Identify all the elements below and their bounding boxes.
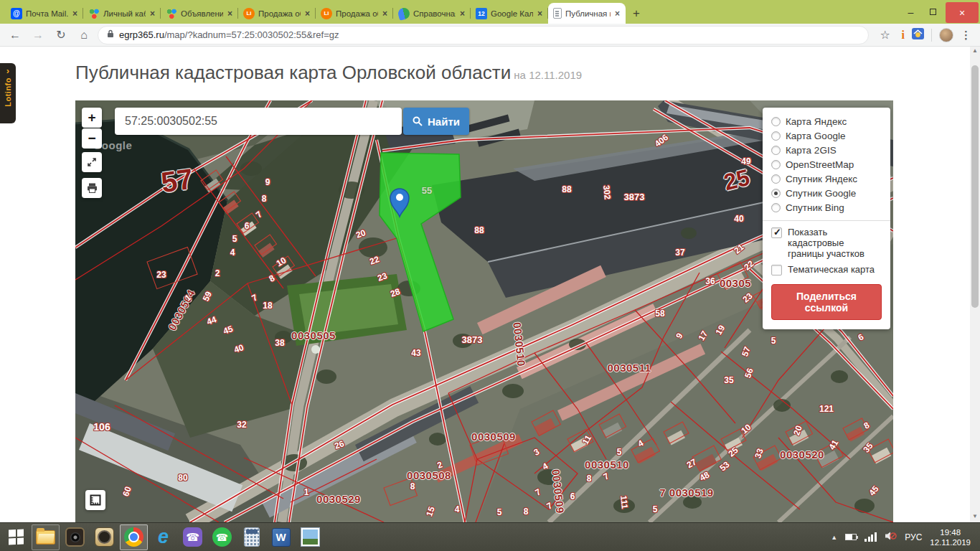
tab-close-icon[interactable]: × bbox=[304, 9, 311, 19]
tab-close-icon[interactable]: × bbox=[149, 9, 156, 19]
page-title-date: на 12.11.2019 bbox=[511, 69, 582, 81]
browser-tab[interactable]: @ Почта Mail.ru × bbox=[6, 3, 83, 24]
layer-checkbox[interactable]: Показать кадастровые границы участков bbox=[771, 227, 882, 259]
extension-info-icon[interactable]: i bbox=[902, 29, 905, 42]
tab-close-icon[interactable]: × bbox=[459, 9, 466, 19]
toolbar-divider bbox=[931, 29, 932, 42]
taskbar-icon[interactable] bbox=[61, 524, 89, 550]
tab-title: Личный кабин bbox=[103, 9, 146, 18]
map-layers-panel: Карта Яндекс Карта Google Карта 2GIS Ope… bbox=[763, 108, 890, 329]
radio-icon bbox=[771, 160, 781, 169]
layer-radio-option[interactable]: Карта Google bbox=[771, 128, 882, 143]
map-print-button[interactable] bbox=[82, 178, 102, 198]
kadnum-search-input[interactable] bbox=[115, 108, 402, 135]
bookmark-star-icon[interactable]: ☆ bbox=[876, 26, 895, 44]
tab-favicon-icon: 12 bbox=[476, 8, 487, 19]
taskbar-icon[interactable] bbox=[2, 524, 30, 550]
taskbar-icon[interactable]: W bbox=[267, 524, 295, 550]
toolbar-right-icons: ☆ i ⋮ bbox=[873, 26, 974, 44]
window-close-button[interactable]: × bbox=[946, 2, 979, 23]
network-signal-icon[interactable] bbox=[864, 532, 877, 542]
layer-radio-option[interactable]: Спутник Bing bbox=[771, 200, 882, 215]
tab-close-icon[interactable]: × bbox=[614, 9, 621, 19]
new-tab-button[interactable]: + bbox=[626, 3, 647, 24]
map-fullscreen-button[interactable] bbox=[82, 152, 102, 172]
volume-muted-icon[interactable] bbox=[885, 531, 897, 544]
find-button[interactable]: Найти bbox=[403, 108, 469, 135]
layer-radio-option[interactable]: Спутник Google bbox=[771, 186, 882, 200]
address-bar[interactable]: egrp365.ru/map/?kadnum=57:25:0030502:55&… bbox=[98, 26, 869, 44]
browser-tab[interactable]: Объявления н × bbox=[161, 3, 238, 24]
taskbar-icon[interactable] bbox=[32, 524, 60, 550]
layer-radio-option[interactable]: Карта 2GIS bbox=[771, 143, 882, 157]
tray-expand-icon[interactable]: ▲ bbox=[831, 534, 837, 541]
extension-home-icon[interactable] bbox=[912, 28, 924, 42]
url-path: /map/?kadnum=57:25:0030502:55&ref=gz bbox=[164, 29, 339, 40]
checkbox-icon bbox=[771, 265, 782, 276]
system-tray: ▲ РУС 19:48 12.11.2019 bbox=[831, 527, 978, 547]
tab-close-icon[interactable]: × bbox=[72, 9, 78, 19]
tab-title: Почта Mail.ru bbox=[26, 9, 68, 18]
window-restore-button[interactable] bbox=[922, 1, 944, 23]
forward-icon[interactable]: → bbox=[29, 26, 47, 44]
map-zoom-out-button[interactable]: − bbox=[82, 128, 102, 149]
profile-avatar[interactable] bbox=[939, 28, 953, 42]
lotinfo-side-tab[interactable]: › Lotinfo bbox=[0, 63, 16, 123]
printer-icon bbox=[87, 183, 98, 193]
taskbar-icon[interactable]: e bbox=[149, 524, 177, 550]
window-minimize-button[interactable]: – bbox=[900, 1, 922, 23]
scrollbar-thumb[interactable] bbox=[971, 65, 979, 308]
lotinfo-label: Lotinfo bbox=[4, 77, 12, 107]
map-zoom-in-button[interactable]: + bbox=[82, 108, 102, 128]
taskbar-icon[interactable] bbox=[208, 524, 236, 550]
taskbar-icon[interactable] bbox=[179, 524, 207, 550]
reload-icon[interactable]: ↻ bbox=[52, 26, 70, 44]
app-icon: e bbox=[158, 527, 169, 547]
windows-taskbar: eW ▲ РУС 19:48 12.11.2019 bbox=[0, 522, 980, 551]
page-title: Публичная кадастровая карта Орловской об… bbox=[75, 62, 582, 84]
scroll-down-icon[interactable]: ▼ bbox=[972, 513, 978, 522]
taskbar-icon[interactable] bbox=[120, 524, 148, 550]
panel-divider bbox=[763, 220, 890, 221]
tab-favicon-icon: Li bbox=[243, 8, 255, 19]
battery-icon[interactable] bbox=[845, 534, 857, 540]
layer-checkbox[interactable]: Тематическая карта bbox=[771, 264, 882, 276]
tab-close-icon[interactable]: × bbox=[227, 9, 233, 19]
browser-tab[interactable]: Публичная кад × bbox=[548, 3, 626, 24]
home-icon[interactable]: ⌂ bbox=[75, 26, 93, 44]
browser-tab[interactable]: Справочная ин × bbox=[393, 3, 471, 24]
browser-tab[interactable]: Личный кабин × bbox=[83, 3, 161, 24]
taskbar-icon[interactable] bbox=[90, 524, 118, 550]
map-measure-button[interactable] bbox=[85, 490, 105, 510]
fullscreen-icon bbox=[87, 157, 97, 167]
radio-icon bbox=[771, 146, 781, 155]
scroll-up-icon[interactable]: ▲ bbox=[972, 47, 978, 56]
browser-tab[interactable]: Li Продажа объе × bbox=[316, 3, 393, 24]
clock[interactable]: 19:48 12.11.2019 bbox=[930, 527, 971, 547]
share-link-button[interactable]: Поделиться ссылкой bbox=[771, 284, 882, 320]
browser-tab[interactable]: 12 Google Календ × bbox=[471, 3, 548, 24]
tab-close-icon[interactable]: × bbox=[537, 9, 543, 19]
taskbar-icon[interactable] bbox=[237, 524, 265, 550]
tab-title: Публичная кад bbox=[565, 9, 611, 18]
layer-radio-option[interactable]: OpenStreetMap bbox=[771, 157, 882, 171]
browser-tab[interactable]: Li Продажа объе × bbox=[238, 3, 316, 24]
url-domain: egrp365.ru bbox=[119, 29, 164, 40]
radio-icon bbox=[771, 117, 781, 126]
language-indicator[interactable]: РУС bbox=[905, 532, 922, 542]
tab-strip: @ Почта Mail.ru × Личный кабин × Объявле… bbox=[6, 3, 626, 24]
back-icon[interactable]: ← bbox=[6, 26, 24, 44]
app-icon bbox=[212, 527, 232, 547]
taskbar-icon[interactable] bbox=[296, 524, 324, 550]
page-scrollbar[interactable]: ▲ ▼ bbox=[970, 47, 980, 522]
layer-radio-option[interactable]: Карта Яндекс bbox=[771, 114, 882, 128]
browser-tab-bar: @ Почта Mail.ru × Личный кабин × Объявле… bbox=[0, 0, 980, 24]
radio-icon bbox=[771, 189, 781, 198]
layer-radio-option[interactable]: Спутник Яндекс bbox=[771, 171, 882, 186]
tab-close-icon[interactable]: × bbox=[382, 9, 388, 19]
browser-toolbar: ← → ↻ ⌂ egrp365.ru/map/?kadnum=57:25:003… bbox=[0, 24, 980, 47]
app-icon bbox=[301, 527, 320, 547]
browser-menu-icon[interactable]: ⋮ bbox=[961, 29, 971, 42]
checkbox-label: Тематическая карта bbox=[788, 264, 875, 275]
cadastral-map-canvas[interactable]: 5725003050400305050030508003050900305090… bbox=[75, 100, 893, 522]
